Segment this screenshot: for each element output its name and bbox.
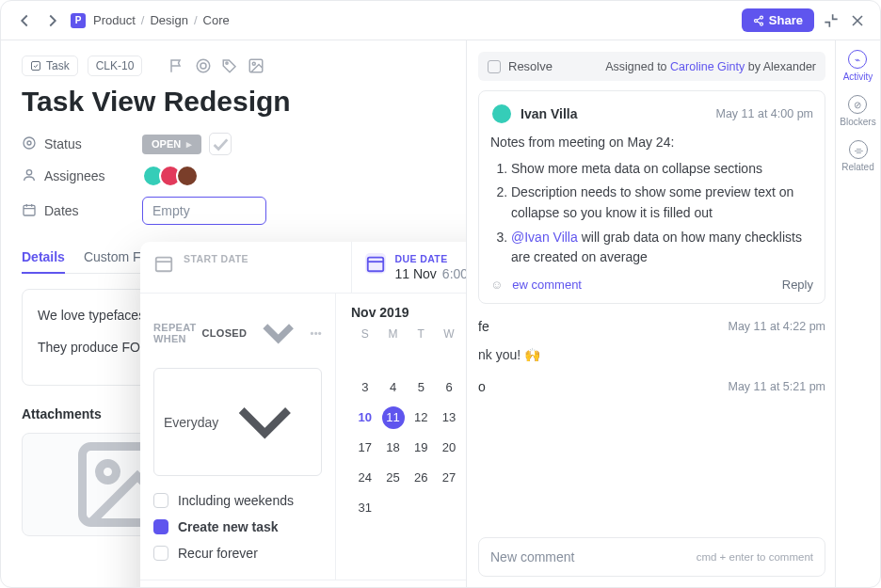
svg-point-9	[200, 63, 206, 69]
calendar-day	[379, 497, 408, 519]
calendar-day[interactable]: 10	[351, 406, 379, 429]
calendar-day[interactable]: 7	[463, 376, 466, 399]
list-item: @Ivan Villa will grab data on how many c…	[511, 228, 813, 268]
comment-time: May 11 at 4:22 pm	[728, 320, 825, 333]
rail-blockers[interactable]: ⊘Blockers	[840, 95, 875, 127]
avatar[interactable]	[176, 165, 199, 187]
rail-related[interactable]: ⌯Related	[841, 140, 873, 172]
svg-point-12	[253, 62, 256, 65]
svg-point-14	[27, 141, 31, 145]
avatar	[490, 103, 513, 125]
calendar-day[interactable]: 18	[379, 437, 408, 459]
task-id-pill[interactable]: CLK-10	[88, 56, 143, 76]
calendar-day[interactable]: 21	[463, 437, 466, 459]
calendar-day[interactable]: 12	[407, 406, 435, 429]
close-icon[interactable]	[848, 11, 867, 30]
calendar-day	[379, 346, 408, 369]
new-comment-link[interactable]: ew comment	[512, 278, 582, 292]
list-item: Description needs to show some preview t…	[511, 183, 813, 223]
assignee-avatars[interactable]	[142, 165, 199, 187]
date-popover: START DATE DUE DATE 11 Nov6:00 pm✕ REPEA…	[140, 242, 466, 588]
breadcrumb[interactable]: Product/ Design/ Core	[93, 13, 230, 27]
rail-activity[interactable]: ⌁Activity	[843, 50, 873, 82]
task-meta: Task CLK-10	[22, 56, 445, 76]
main-panel: Task CLK-10 Task View Redesign Status OP…	[1, 40, 466, 588]
calendar-icon	[365, 253, 386, 274]
calendar-day[interactable]: 4	[379, 376, 408, 399]
svg-point-0	[760, 16, 762, 19]
nav-forward[interactable]	[42, 10, 63, 31]
calendar-day	[351, 346, 379, 369]
calendar-day[interactable]: 17	[351, 437, 379, 459]
activity-panel: Resolve Assigned to Caroline Ginty by Al…	[466, 40, 835, 588]
image-icon[interactable]	[248, 57, 264, 74]
tag-icon[interactable]	[221, 57, 238, 74]
crumb-1[interactable]: Product	[93, 13, 136, 27]
svg-rect-24	[156, 258, 172, 272]
calendar-day[interactable]: 11	[382, 406, 405, 429]
svg-line-3	[757, 21, 760, 23]
task-pill[interactable]: Task	[22, 56, 78, 76]
crumb-3[interactable]: Core	[203, 13, 230, 27]
start-date-label: START DATE	[184, 253, 248, 264]
calendar-day[interactable]: 5	[407, 376, 435, 399]
status-badge[interactable]: OPEN▸	[142, 135, 201, 154]
sprint-icon[interactable]	[195, 57, 212, 74]
svg-point-10	[226, 62, 228, 64]
list-item: Show more meta data on collapse sections	[511, 159, 813, 180]
comment-author: o	[478, 379, 486, 394]
crumb-2[interactable]: Design	[150, 13, 187, 27]
tab-details[interactable]: Details	[22, 242, 65, 274]
resolve-label: Resolve	[508, 59, 553, 73]
comment-author[interactable]: Ivan Villa	[521, 106, 577, 121]
due-date-value: 11 Nov6:00 pm✕	[395, 266, 467, 281]
emoji-icon[interactable]: ☺	[490, 278, 503, 292]
opt-recur-forever[interactable]: Recur forever	[153, 540, 322, 566]
calendar-day[interactable]: 25	[379, 467, 408, 489]
assignee-link[interactable]: Caroline Ginty	[670, 60, 745, 73]
calendar-day[interactable]: 26	[407, 467, 435, 489]
opt-create-new-task[interactable]: Create new task	[153, 514, 322, 540]
due-date-section[interactable]: DUE DATE 11 Nov6:00 pm✕	[351, 242, 467, 293]
start-date-section[interactable]: START DATE	[140, 242, 351, 293]
calendar-day[interactable]: 28	[463, 467, 466, 489]
mention[interactable]: @Ivan Villa	[511, 230, 578, 245]
calendar-day[interactable]: 31	[351, 497, 379, 519]
reply-button[interactable]: Reply	[782, 278, 813, 292]
calendar-month: Nov 2019	[351, 305, 408, 320]
calendar-day	[435, 497, 463, 519]
calendar-day[interactable]: 14	[463, 406, 466, 429]
comment-composer[interactable]: New comment cmd + enter to comment	[478, 537, 825, 577]
share-button[interactable]: Share	[742, 8, 814, 32]
svg-point-13	[24, 137, 35, 149]
calendar-day[interactable]: 6	[435, 376, 463, 399]
composer-hint: cmd + enter to comment	[697, 551, 813, 563]
nav-back[interactable]	[14, 10, 35, 31]
svg-line-4	[757, 18, 760, 20]
complete-checkbox[interactable]	[209, 133, 232, 155]
comment[interactable]: o May 11 at 5:21 pm	[478, 375, 825, 398]
calendar-day[interactable]: 19	[407, 437, 435, 459]
comment-body: nk you! 🙌	[478, 347, 825, 375]
flag-icon[interactable]	[168, 57, 185, 74]
calendar-day	[463, 497, 466, 519]
collapse-icon[interactable]	[822, 11, 841, 30]
calendar-day[interactable]: 27	[435, 467, 463, 489]
assigned-to: Assigned to Caroline Ginty by Alexander	[605, 60, 816, 73]
page-title[interactable]: Task View Redesign	[22, 86, 445, 118]
workspace-icon: P	[71, 13, 86, 28]
calendar-day[interactable]: 20	[435, 437, 463, 459]
calendar-day[interactable]: 13	[435, 406, 463, 429]
calendar-icon	[153, 253, 174, 274]
repeat-frequency-select[interactable]: Everyday	[153, 368, 322, 476]
repeat-heading[interactable]: REPEAT WHEN CLOSED •••	[153, 307, 322, 358]
comment[interactable]: fe May 11 at 4:22 pm	[478, 315, 825, 338]
calendar-day	[435, 346, 463, 369]
more-icon[interactable]: •••	[311, 327, 322, 339]
resolve-checkbox[interactable]	[488, 60, 501, 73]
svg-point-8	[198, 59, 211, 72]
calendar-day[interactable]: 3	[351, 376, 379, 399]
calendar-day[interactable]: 24	[351, 467, 379, 489]
dates-input[interactable]: Empty	[142, 197, 266, 225]
opt-including-weekends[interactable]: Including weekends	[153, 487, 322, 514]
